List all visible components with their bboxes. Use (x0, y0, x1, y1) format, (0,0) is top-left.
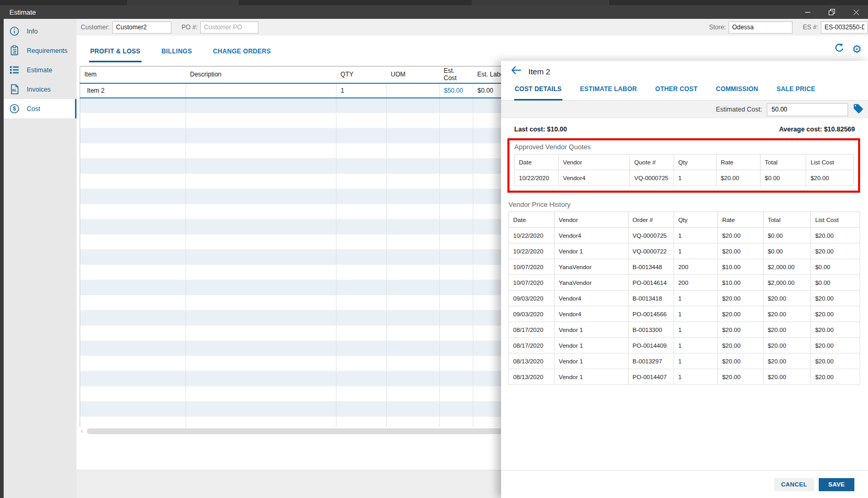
empty-cell (387, 235, 440, 250)
empty-cell (440, 356, 473, 371)
tab-commission[interactable]: COMMISSION (715, 82, 759, 101)
tab-estimate-labor[interactable]: ESTIMATE LABOR (580, 82, 638, 101)
total-cell: $0.00 (763, 244, 810, 259)
empty-cell (387, 204, 440, 219)
qty-cell: 1 (674, 338, 718, 353)
col-vendor: Vendor (555, 212, 628, 228)
empty-cell (387, 189, 440, 204)
empty-cell (440, 98, 473, 113)
order-link[interactable]: B-0013448 (628, 259, 674, 275)
tag-icon[interactable] (853, 103, 864, 116)
empty-cell (337, 159, 387, 174)
rate-cell: $20.00 (718, 338, 763, 353)
empty-cell (186, 341, 337, 356)
table-header-row: DateVendorQuote #QtyRateTotalList Cost (515, 154, 854, 170)
empty-cell (440, 204, 473, 219)
estimated-cost-input[interactable] (767, 103, 848, 116)
empty-cell (337, 219, 387, 235)
vendor-cell: Vendor 1 (555, 353, 628, 369)
clipboard-icon (8, 45, 20, 57)
empty-cell (387, 356, 440, 371)
scroll-left-icon[interactable]: ‹ (81, 427, 83, 435)
empty-cell (387, 265, 440, 280)
empty-cell (440, 159, 473, 174)
empty-cell (186, 311, 337, 326)
order-link[interactable]: B-0013418 (628, 291, 674, 306)
minimize-button[interactable] (796, 5, 820, 19)
empty-cell (387, 174, 440, 189)
sidebar: Info Requirements Estimate IN Invoices $… (4, 19, 77, 498)
restore-button[interactable] (820, 5, 844, 19)
qty-cell: 1 (674, 244, 718, 259)
order-link[interactable]: PO-0014614 (628, 275, 674, 291)
save-button[interactable]: SAVE (819, 478, 854, 491)
list-cost-cell: $20.00 (811, 306, 860, 322)
empty-cell (80, 386, 186, 402)
background-window-tab (472, 0, 609, 5)
empty-cell (337, 417, 387, 427)
order-link[interactable]: PO-0014566 (628, 306, 674, 322)
tab-sale-price[interactable]: SALE PRICE (776, 82, 816, 101)
empty-cell (186, 402, 337, 417)
sidebar-item-requirements[interactable]: Requirements (4, 41, 77, 60)
tab-cost-details[interactable]: COST DETAILS (514, 82, 562, 101)
col-list-cost: List Cost (811, 212, 860, 228)
cancel-button[interactable]: CANCEL (774, 478, 814, 491)
tab-other-cost[interactable]: OTHER COST (655, 82, 698, 101)
background-window-tab (127, 0, 238, 5)
po-input[interactable] (200, 21, 258, 34)
sidebar-item-label: Estimate (27, 67, 52, 74)
vendor-cell: Vendor4 (555, 306, 628, 322)
close-button[interactable] (844, 5, 868, 19)
date-cell: 08/17/2020 (509, 322, 555, 338)
tab-change-orders[interactable]: CHANGE ORDERS (212, 39, 272, 62)
rate-cell: $20.00 (718, 228, 763, 244)
empty-cell (440, 311, 473, 326)
refresh-icon[interactable] (834, 43, 844, 55)
empty-cell (440, 189, 473, 204)
es-number-input[interactable] (821, 21, 868, 34)
back-icon[interactable] (511, 66, 522, 76)
col-rate: Rate (716, 154, 760, 170)
panel-tabs: COST DETAILS ESTIMATE LABOR OTHER COST C… (501, 82, 868, 101)
order-link[interactable]: VQ-0000722 (628, 244, 674, 259)
store-input[interactable] (729, 21, 793, 34)
titlebar: Estimate (0, 5, 868, 19)
empty-cell (80, 159, 186, 174)
sidebar-item-estimate[interactable]: Estimate (4, 60, 77, 80)
order-link[interactable]: VQ-0000725 (628, 228, 674, 244)
empty-cell (80, 417, 186, 427)
empty-cell (440, 235, 473, 250)
order-link[interactable]: B-0013300 (628, 322, 674, 338)
date-cell: 10/07/2020 (509, 259, 555, 275)
cost-summary: Last cost: $10.00 Average cost: $10.8256… (501, 118, 868, 138)
order-link[interactable]: PO-0014407 (628, 369, 674, 385)
gear-icon[interactable]: ⚙ (852, 44, 862, 54)
vendor-cell: YanaVendor (555, 275, 628, 291)
window-controls (796, 5, 868, 19)
empty-cell (387, 402, 440, 417)
order-link[interactable]: B-0013297 (628, 353, 674, 369)
sidebar-item-invoices[interactable]: IN Invoices (4, 80, 77, 99)
sidebar-item-cost[interactable]: $ Cost (4, 99, 77, 118)
rate-cell: $20.00 (716, 170, 760, 186)
empty-cell (337, 143, 387, 159)
estimated-cost-label: Estimated Cost: (716, 106, 762, 113)
empty-cell (186, 143, 337, 159)
item-cell: Item 2 (80, 83, 186, 98)
price-history-title: Vendor Price History (508, 201, 860, 208)
history-row: 08/13/2020Vendor 1B-00132971$20.00$20.00… (509, 353, 860, 369)
tab-billings[interactable]: BILLINGS (160, 39, 193, 62)
order-link[interactable]: PO-0014409 (628, 338, 674, 353)
sidebar-item-info[interactable]: Info (4, 21, 77, 41)
empty-cell (80, 326, 186, 341)
empty-cell (186, 128, 337, 143)
history-row: 09/03/2020Vendor4B-00134181$20.00$20.00$… (509, 291, 860, 306)
empty-cell (80, 113, 186, 128)
quote-link[interactable]: VQ-0000725 (630, 170, 674, 186)
empty-cell (387, 386, 440, 402)
empty-cell (337, 326, 387, 341)
tab-profit-and-loss[interactable]: PROFIT & LOSS (89, 39, 142, 62)
vendor-cell: Vendor4 (555, 228, 628, 244)
customer-input[interactable] (112, 21, 171, 34)
